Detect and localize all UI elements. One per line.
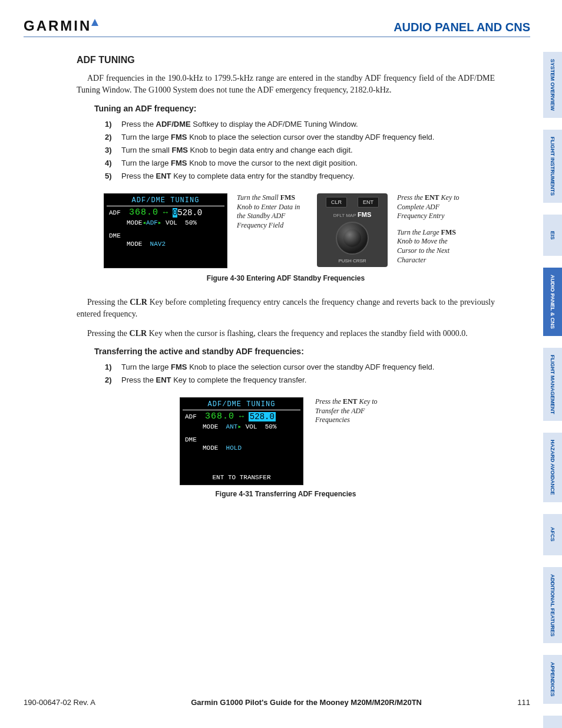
adf-mode-line: MODE◂ADF▸ VOL 50% [107, 219, 224, 226]
side-tab[interactable]: FLIGHT MANAGEMENT [543, 348, 562, 421]
page-footer: 190-00647-02 Rev. A Garmin G1000 Pilot's… [24, 698, 530, 707]
figure-4-30: ADF/DME TUNING ADF 368.0 ↔ 0528.0 MODE◂A… [77, 193, 495, 268]
dme-mode-line-2: MODE HOLD [183, 444, 300, 452]
push-crsr-label: PUSH CRSR [320, 258, 384, 263]
side-tab[interactable]: FLIGHT INSTRUMENTS [543, 130, 562, 203]
step-number: 1) [105, 118, 115, 131]
adf-standby-freq: 0528.0 [173, 208, 202, 218]
clr-paragraph-1: Pressing the CLR Key before completing f… [77, 297, 495, 321]
transfer-steps: 1)Turn the large FMS Knob to place the s… [105, 361, 495, 387]
adf-label: ADF [109, 209, 124, 216]
side-tab[interactable]: INDEX [543, 716, 562, 728]
annotation-ent: Press the ENT Key to Complete ADF Freque… [397, 193, 468, 221]
figure-4-31-caption: Figure 4-31 Transferring ADF Frequencies [77, 490, 495, 498]
footer-docnum: 190-00647-02 Rev. A [24, 698, 95, 707]
step-text: Press the ENT Key to complete data entry… [121, 170, 355, 183]
content-area: ADF Tuning ADF frequencies in the 190.0-… [24, 55, 530, 498]
step-text: Turn the large FMS Knob to move the curs… [121, 157, 358, 170]
procedure-step: 5)Press the ENT Key to complete data ent… [105, 170, 495, 183]
logo-text: GARMIN [24, 18, 91, 34]
fms-knob-panel: CLR ENT DFLT MAP FMS PUSH CRSR [317, 193, 388, 267]
side-tab[interactable]: ADDITIONAL FEATURES [543, 567, 562, 644]
logo-triangle-icon [91, 19, 98, 26]
step-number: 1) [105, 361, 115, 374]
side-tab[interactable]: SYSTEM OVERVIEW [543, 52, 562, 118]
side-tab[interactable]: EIS [543, 215, 562, 256]
side-tabs: SYSTEM OVERVIEWFLIGHT INSTRUMENTSEISAUDI… [543, 52, 562, 728]
annotation-large-fms: Turn the Large FMS Knob to Move the Curs… [397, 228, 468, 265]
figure-4-31: ADF/DME TUNING ADF 368.0 ↔ 528.0 MODE AN… [77, 397, 495, 485]
step-text: Turn the large FMS Knob to place the sel… [121, 131, 434, 144]
swap-arrow-icon: ↔ [163, 208, 168, 217]
ent-key: ENT [358, 197, 379, 207]
step-number: 2) [105, 374, 115, 387]
dflt-map-label: DFLT MAP [333, 213, 356, 218]
fms-label: FMS [358, 211, 371, 218]
adf-dme-window: ADF/DME TUNING ADF 368.0 ↔ 0528.0 MODE◂A… [104, 193, 227, 268]
procedure-step: 4)Turn the large FMS Knob to move the cu… [105, 157, 495, 170]
procedure-step: 1)Press the ADF/DME Softkey to display t… [105, 118, 495, 131]
footer-title: Garmin G1000 Pilot's Guide for the Moone… [191, 698, 422, 707]
tuning-steps: 1)Press the ADF/DME Softkey to display t… [105, 118, 495, 183]
step-number: 3) [105, 144, 115, 157]
window-title: ADF/DME TUNING [107, 196, 224, 206]
adf-active-freq-2: 368.0 [205, 411, 234, 421]
step-text: Press the ENT Key to complete the freque… [121, 374, 306, 387]
step-number: 5) [105, 170, 115, 183]
procedure-step: 2)Turn the large FMS Knob to place the s… [105, 131, 495, 144]
adf-label-2: ADF [185, 413, 200, 420]
adf-mode-line-2: MODE ANT▸ VOL 50% [183, 423, 300, 430]
adf-dme-window-2: ADF/DME TUNING ADF 368.0 ↔ 528.0 MODE AN… [180, 397, 303, 485]
transfer-subheading: Transferring the active and standby ADF … [94, 347, 495, 356]
adf-standby-freq-2: 528.0 [249, 412, 276, 421]
adf-active-freq: 368.0 [129, 207, 158, 218]
page-header: GARMIN AUDIO PANEL AND CNS [24, 18, 530, 37]
procedure-step: 2)Press the ENT Key to complete the freq… [105, 374, 495, 387]
tuning-subheading: Tuning an ADF frequency: [94, 104, 495, 113]
step-number: 2) [105, 131, 115, 144]
header-title: AUDIO PANEL AND CNS [394, 21, 530, 34]
side-tab[interactable]: AFCS [543, 514, 562, 555]
annotation-transfer: Press the ENT Key to Transfer the ADF Fr… [315, 397, 392, 425]
side-tab[interactable]: APPENDICES [543, 655, 562, 704]
fms-knob-icon [336, 222, 369, 255]
side-tab[interactable]: AUDIO PANEL & CNS [543, 268, 562, 336]
swap-arrow-icon-2: ↔ [239, 412, 244, 421]
step-text: Press the ADF/DME Softkey to display the… [121, 118, 358, 131]
annotation-small-fms: Turn the Small FMS Knob to Enter Data in… [237, 193, 308, 230]
step-number: 4) [105, 157, 115, 170]
clr-paragraph-2: Pressing the CLR Key when the cursor is … [77, 328, 495, 340]
step-text: Turn the large FMS Knob to place the sel… [121, 361, 434, 374]
figure-4-30-caption: Figure 4-30 Entering ADF Standby Frequen… [77, 274, 495, 282]
procedure-step: 1)Turn the large FMS Knob to place the s… [105, 361, 495, 374]
dme-label-2: DME [185, 436, 200, 443]
garmin-logo: GARMIN [24, 18, 98, 34]
step-text: Turn the small FMS Knob to begin data en… [121, 144, 353, 157]
dme-label: DME [109, 232, 124, 239]
section-heading: ADF Tuning [77, 55, 495, 65]
intro-paragraph: ADF frequencies in the 190.0-kHz to 1799… [77, 73, 495, 97]
ent-to-transfer: ENT TO TRANSFER [183, 472, 300, 482]
procedure-step: 3)Turn the small FMS Knob to begin data … [105, 144, 495, 157]
side-tab[interactable]: HAZARD AVOIDANCE [543, 433, 562, 502]
footer-page: 111 [517, 698, 530, 707]
window-title-2: ADF/DME TUNING [183, 400, 300, 410]
dme-mode-line: MODE NAV2 [107, 241, 224, 248]
clr-key: CLR [326, 197, 347, 207]
